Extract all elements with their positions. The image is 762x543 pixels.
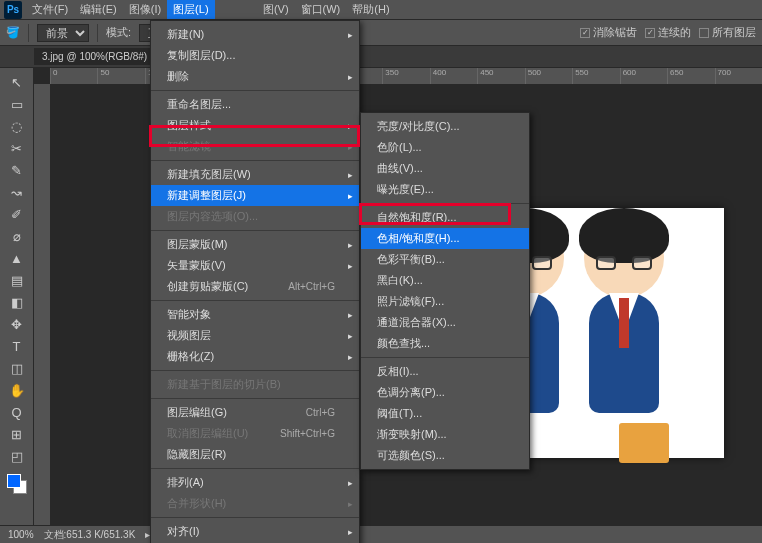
all-layers-checkbox[interactable]: 所有图层 [699, 25, 756, 40]
menu-item[interactable]: 图层(L) [167, 0, 214, 19]
menu-item: 取消图层编组(U)Shift+Ctrl+G [151, 423, 359, 444]
menu-item[interactable]: 可选颜色(S)... [361, 445, 529, 466]
chevron-right-icon: ▸ [348, 72, 353, 82]
menu-item[interactable]: 新建(N)▸ [151, 24, 359, 45]
tool-button[interactable]: ✐ [6, 204, 28, 224]
menu-item[interactable]: 文件(F) [26, 0, 74, 19]
menu-item[interactable]: 栅格化(Z)▸ [151, 346, 359, 367]
menu-item[interactable]: 色调分离(P)... [361, 382, 529, 403]
chevron-right-icon: ▸ [348, 310, 353, 320]
antialias-checkbox[interactable]: ✓消除锯齿 [580, 25, 637, 40]
tool-button[interactable]: ◧ [6, 292, 28, 312]
menu-item[interactable]: 图层样式▸ [151, 115, 359, 136]
menu-item[interactable]: 色相/饱和度(H)... [361, 228, 529, 249]
tool-button[interactable]: ✎ [6, 160, 28, 180]
menu-item[interactable] [236, 0, 257, 19]
menu-item[interactable]: 渐变映射(M)... [361, 424, 529, 445]
menu-item: 新建基于图层的切片(B) [151, 374, 359, 395]
chevron-right-icon: ▸ [348, 240, 353, 250]
menu-item[interactable]: 反相(I)... [361, 361, 529, 382]
menu-item[interactable]: 图层编组(G)Ctrl+G [151, 402, 359, 423]
doc-size: 文档:651.3 K/651.3K [44, 528, 136, 542]
menu-item[interactable]: 编辑(E) [74, 0, 123, 19]
menu-item[interactable]: 排列(A)▸ [151, 472, 359, 493]
tool-button[interactable]: ✋ [6, 380, 28, 400]
tool-button[interactable]: ⌀ [6, 226, 28, 246]
menu-item[interactable]: 删除▸ [151, 66, 359, 87]
zoom-level[interactable]: 100% [8, 529, 34, 540]
menu-item[interactable]: 图(V) [257, 0, 295, 19]
tool-button[interactable]: ◰ [6, 446, 28, 466]
chevron-right-icon: ▸ [348, 121, 353, 131]
chevron-right-icon: ▸ [348, 142, 353, 152]
status-bar: 100% 文档:651.3 K/651.3K ▸ [0, 525, 762, 543]
menu-item[interactable]: 照片滤镜(F)... [361, 291, 529, 312]
tool-button[interactable]: ▭ [6, 94, 28, 114]
tool-button[interactable]: ▤ [6, 270, 28, 290]
menu-item: 智能滤镜▸ [151, 136, 359, 157]
document-tab[interactable]: 3.jpg @ 100%(RGB/8#)× [34, 48, 167, 65]
menu-item[interactable]: 矢量蒙版(V)▸ [151, 255, 359, 276]
menu-item[interactable] [215, 0, 236, 19]
menu-item[interactable]: 通道混合器(X)... [361, 312, 529, 333]
layer-menu: 新建(N)▸复制图层(D)...删除▸重命名图层...图层样式▸智能滤镜▸新建填… [150, 20, 360, 543]
menu-item[interactable]: 图层蒙版(M)▸ [151, 234, 359, 255]
tool-button[interactable]: ◫ [6, 358, 28, 378]
chevron-right-icon: ▸ [348, 30, 353, 40]
menu-item[interactable]: 智能对象▸ [151, 304, 359, 325]
chevron-right-icon: ▸ [348, 527, 353, 537]
menu-item[interactable]: 色彩平衡(B)... [361, 249, 529, 270]
menu-item[interactable]: 色阶(L)... [361, 137, 529, 158]
menu-item[interactable]: 新建填充图层(W)▸ [151, 164, 359, 185]
chevron-right-icon: ▸ [348, 478, 353, 488]
adjustment-layer-submenu: 亮度/对比度(C)...色阶(L)...曲线(V)...曝光度(E)...自然饱… [360, 112, 530, 470]
menu-item[interactable]: 对齐(I)▸ [151, 521, 359, 542]
options-bar: 🪣 前景 模式: 正常 ✓消除锯齿 ✓连续的 所有图层 [0, 20, 762, 46]
menu-item[interactable]: 隐藏图层(R) [151, 444, 359, 465]
menu-item[interactable]: 曝光度(E)... [361, 179, 529, 200]
menu-item[interactable]: 亮度/对比度(C)... [361, 116, 529, 137]
menu-item[interactable]: 帮助(H) [346, 0, 395, 19]
document-tabs: 3.jpg @ 100%(RGB/8#)× [0, 46, 762, 68]
menu-item[interactable]: 图像(I) [123, 0, 167, 19]
menu-item[interactable]: 新建调整图层(J)▸ [151, 185, 359, 206]
menu-item: 图层内容选项(O)... [151, 206, 359, 227]
chevron-right-icon: ▸ [348, 331, 353, 341]
tool-button[interactable]: ⊞ [6, 424, 28, 444]
tool-button[interactable]: ↖ [6, 72, 28, 92]
tool-button[interactable]: ↝ [6, 182, 28, 202]
menu-item: 合并形状(H)▸ [151, 493, 359, 514]
menu-bar: Ps 文件(F)编辑(E)图像(I)图层(L) 图(V)窗口(W)帮助(H) [0, 0, 762, 20]
tool-button[interactable]: T [6, 336, 28, 356]
chevron-right-icon: ▸ [348, 191, 353, 201]
ruler-vertical [34, 84, 50, 525]
ps-logo-icon: Ps [4, 1, 22, 19]
mode-label: 模式: [106, 25, 131, 40]
menu-item[interactable]: 窗口(W) [295, 0, 347, 19]
bucket-icon: 🪣 [6, 26, 20, 39]
chevron-right-icon: ▸ [348, 261, 353, 271]
toolbox: ↖▭◌✂✎↝✐⌀▲▤◧✥T◫✋Q⊞◰ [0, 68, 34, 525]
tool-button[interactable]: ✂ [6, 138, 28, 158]
menu-item[interactable]: 黑白(K)... [361, 270, 529, 291]
menu-item[interactable]: 阈值(T)... [361, 403, 529, 424]
illustration-person [584, 218, 664, 413]
menu-item[interactable]: 曲线(V)... [361, 158, 529, 179]
tool-button[interactable]: Q [6, 402, 28, 422]
menu-item[interactable]: 复制图层(D)... [151, 45, 359, 66]
menu-item[interactable]: 颜色查找... [361, 333, 529, 354]
tool-button[interactable]: ✥ [6, 314, 28, 334]
chevron-right-icon: ▸ [348, 499, 353, 509]
fill-source-select[interactable]: 前景 [37, 24, 89, 42]
color-swatch[interactable] [7, 474, 27, 494]
menu-item[interactable]: 自然饱和度(R)... [361, 207, 529, 228]
chevron-right-icon: ▸ [348, 170, 353, 180]
menu-item[interactable]: 创建剪贴蒙版(C)Alt+Ctrl+G [151, 276, 359, 297]
contiguous-checkbox[interactable]: ✓连续的 [645, 25, 691, 40]
tool-button[interactable]: ◌ [6, 116, 28, 136]
menu-item[interactable]: 重命名图层... [151, 94, 359, 115]
chevron-right-icon: ▸ [348, 352, 353, 362]
tool-button[interactable]: ▲ [6, 248, 28, 268]
menu-item[interactable]: 视频图层▸ [151, 325, 359, 346]
